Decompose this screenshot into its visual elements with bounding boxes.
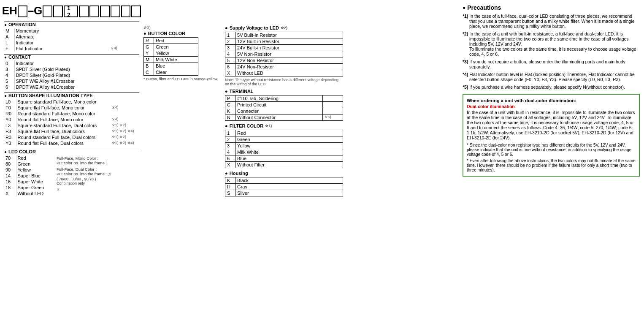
bc-code: Y <box>144 50 154 57</box>
model-box-8 <box>121 5 131 17</box>
led-color-row: 16 Super White <box>4 179 55 185</box>
fc-code: 6 <box>225 155 235 162</box>
filter-color-table: 1 Red 2 Green 3 Yellow 4 Milk White 6 Bl… <box>225 130 343 168</box>
led-color-row: X Without LED <box>4 191 55 196</box>
dual-color-body: In the case of a unit with built-in resi… <box>467 110 636 140</box>
sv-code: 1 <box>225 32 235 38</box>
right-panel: Precautions *1) In the case of a full-fa… <box>463 4 640 199</box>
contact-title: CONTACT <box>4 54 139 60</box>
term-code: C <box>225 102 235 108</box>
bc-code: C <box>144 69 154 76</box>
term-desc: Without Connector <box>235 114 323 121</box>
contact-code: 0 <box>4 60 14 66</box>
bs-code: R0 <box>4 111 16 117</box>
dual-color-note2: * Even after following the above instruc… <box>467 158 636 172</box>
sv-desc: Without LED <box>235 70 343 76</box>
sv-desc: 24V Built-in Resistor <box>235 45 343 51</box>
term-note <box>322 108 343 114</box>
button-shape-row: R3 Round standard Full-face, Dual colors… <box>4 134 139 140</box>
sv-code: 4 <box>225 51 235 57</box>
bs-desc: Square standard Full-face, Mono color <box>16 99 111 105</box>
filter-color-row: 3 Yellow <box>225 143 343 149</box>
right-sections: ●Supply Voltage to LED ※2) 1 5V Built-in… <box>225 25 458 196</box>
contact-row: 6 DPDT W/E Alloy #1Crossbar <box>4 84 139 90</box>
terminal-header: ●TERMINAL <box>225 89 458 94</box>
button-color-note: ※3) <box>143 25 218 30</box>
bs-desc: Square standard Full-face, Dual colors <box>16 123 111 128</box>
terminal-table: P #110 Tab, Soldering C Printed Circuit … <box>225 95 343 121</box>
sv-desc: 5V Non-Resistor <box>235 51 343 57</box>
fc-code: 2 <box>225 136 235 143</box>
precautions-title: Precautions <box>463 4 640 11</box>
precaution-items: *1) In the case of a full-face, dual-col… <box>463 14 640 90</box>
supply-voltage-row: 6 24V Non-Resistor <box>225 64 343 70</box>
fc-code: X <box>225 162 235 168</box>
led-desc: Super Green <box>16 185 55 191</box>
bc-desc: Clear <box>154 69 198 76</box>
bc-desc: Milk White <box>154 57 198 63</box>
precaution-item: *1) In the case of a full-face, dual-col… <box>463 14 640 29</box>
bs-code: Y3 <box>4 140 16 146</box>
bc-code: R <box>144 38 154 44</box>
housing-desc: Gray <box>235 184 343 190</box>
sv-code: 2 <box>225 38 235 45</box>
model-box-9 <box>131 5 141 17</box>
sv-code: 5 <box>225 57 235 64</box>
fc-desc: Blue <box>235 155 343 162</box>
bs-note: ※1) ※2) <box>111 123 139 128</box>
supply-voltage-table: 1 5V Built-in Resistor 2 12V Built-in Re… <box>225 32 343 76</box>
housing-desc: Silver <box>235 190 343 196</box>
bs-note: ※4) <box>111 105 139 111</box>
op-note: ※4) <box>109 46 139 52</box>
contact-row: 4 DPDT Silver (Gold-Plated) <box>4 72 139 78</box>
contact-row: 0 Indicator <box>4 60 139 66</box>
button-shape-row: L3 Square standard Full-face, Dual color… <box>4 123 139 128</box>
operation-row: L Indicator <box>4 40 139 46</box>
bs-code: F0 <box>4 105 16 111</box>
bs-code: Y0 <box>4 117 16 123</box>
led-note-2: Put color no. into the frame 1 <box>57 161 111 165</box>
led-color-row: 70 Red <box>4 155 55 161</box>
contact-desc: SPDT W/E Alloy #1Crossbar <box>14 78 139 84</box>
bc-desc: Yellow <box>154 50 198 57</box>
precaution-item: *3) If you do not require a button, plea… <box>463 59 640 69</box>
term-code: P <box>225 95 235 102</box>
housing-header: ●Housing <box>225 171 458 176</box>
contact-code: 5 <box>4 78 14 84</box>
button-shape-title: BUTTON SHAPE ILLUMINATION TYPE <box>4 93 139 98</box>
bs-note <box>111 99 139 105</box>
op-note <box>109 34 139 40</box>
sv-code: X <box>225 70 235 76</box>
led-color-title: LED COLOR <box>4 149 139 154</box>
op-note <box>109 28 139 34</box>
bs-code: F3 <box>4 128 16 134</box>
supply-voltage-note: ※2) <box>281 26 287 30</box>
led-color-notes: Full-Face, Mono Color : Put color no. in… <box>57 156 111 196</box>
bs-code: L0 <box>4 99 16 105</box>
led-color-container: 70 Red 80 Green 90 Yellow 14 Super Blue … <box>4 155 139 196</box>
supply-voltage-row: 3 24V Built-in Resistor <box>225 45 343 51</box>
housing-table: K Black H Gray S Silver <box>225 177 343 196</box>
fc-desc: Red <box>235 130 343 136</box>
terminal-row: N Without Connector ※5) <box>225 114 343 121</box>
housing-code: K <box>225 177 235 184</box>
sv-desc: 24V Non-Resistor <box>235 64 343 70</box>
filter-color-row: X Without Filter <box>225 162 343 168</box>
precaution-item: *5) If you purchase a wire harness separ… <box>463 84 640 90</box>
button-shape-row: Y0 Round flat Full-face, Mono color ※4) <box>4 117 139 123</box>
button-shape-row: F0 Square flat Full-face, Mono color ※4) <box>4 105 139 111</box>
bs-desc: Round flat Full-face, Mono color <box>16 117 111 123</box>
operation-table: M Momentary A Alternate L Indicator F Fl… <box>4 28 139 52</box>
bs-desc: Round standard Full-face, Dual colors <box>16 134 111 140</box>
button-shape-row: F3 Square flat Full-face, Dual colors ※1… <box>4 128 139 134</box>
bs-note: ※1) ※2) <box>111 134 139 140</box>
fc-desc: Without Filter <box>235 162 343 168</box>
bs-code: R3 <box>4 134 16 140</box>
supply-voltage-row: 2 12V Built-in Resistor <box>225 38 343 45</box>
bs-note: ※1) ※2) ※4) <box>111 140 139 146</box>
operation-section: OPERATION M Momentary A Alternate L Indi… <box>4 22 139 52</box>
contact-code: 6 <box>4 84 14 90</box>
led-code: 70 <box>4 155 16 161</box>
dual-color-box: When ordering a unit with dual-color ill… <box>463 94 640 177</box>
terminal-section: ●TERMINAL P #110 Tab, Soldering C Printe… <box>225 89 458 121</box>
